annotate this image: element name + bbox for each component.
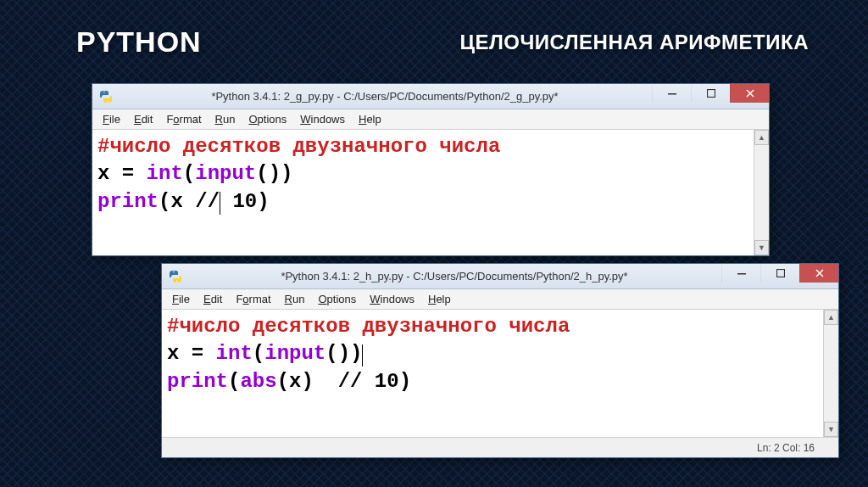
- code-comment: #число десятков двузначного числа: [97, 135, 500, 158]
- window-controls: [652, 84, 769, 109]
- svg-rect-6: [737, 273, 746, 275]
- idle-window-1: *Python 3.4.1: 2_g_py.py - C:/Users/PC/D…: [92, 83, 770, 256]
- python-icon: [99, 90, 113, 104]
- minimize-button[interactable]: [721, 264, 760, 283]
- window-controls: [721, 264, 838, 288]
- svg-point-1: [107, 100, 108, 102]
- code-editor[interactable]: #число десятков двузначного числа x = in…: [92, 130, 769, 255]
- menu-windows[interactable]: Windows: [293, 111, 352, 127]
- close-button[interactable]: [730, 84, 769, 103]
- scroll-down-icon[interactable]: ▼: [754, 240, 769, 255]
- close-button[interactable]: [799, 264, 838, 283]
- menu-edit[interactable]: Edit: [197, 291, 229, 307]
- scroll-down-icon[interactable]: ▼: [824, 422, 838, 437]
- scroll-up-icon[interactable]: ▲: [824, 310, 838, 325]
- menu-format[interactable]: Format: [159, 111, 208, 127]
- svg-rect-2: [668, 93, 676, 95]
- menu-run[interactable]: Run: [209, 111, 242, 127]
- menu-options[interactable]: Options: [311, 291, 363, 307]
- code-editor[interactable]: #число десятков двузначного числа x = in…: [162, 310, 838, 437]
- menubar: File Edit Format Run Options Windows Hel…: [162, 289, 838, 310]
- svg-point-0: [103, 91, 105, 92]
- text-cursor: [362, 344, 363, 367]
- statusbar: Ln: 2 Col: 16: [162, 437, 838, 457]
- window-title: *Python 3.4.1: 2_g_py.py - C:/Users/PC/D…: [118, 90, 652, 103]
- menu-file[interactable]: File: [96, 111, 127, 127]
- cursor-position: Ln: 2 Col: 16: [757, 442, 815, 454]
- slide-subtitle: ЦЕЛОЧИСЛЕННАЯ АРИФМЕТИКА: [459, 31, 809, 59]
- code-comment: #число десятков двузначного числа: [167, 315, 570, 338]
- menu-help[interactable]: Help: [421, 291, 458, 307]
- scroll-up-icon[interactable]: ▲: [754, 130, 769, 145]
- maximize-button[interactable]: [691, 84, 730, 103]
- menubar: File Edit Format Run Options Windows Hel…: [92, 109, 769, 130]
- menu-options[interactable]: Options: [242, 111, 293, 127]
- menu-format[interactable]: Format: [229, 291, 277, 307]
- svg-point-4: [173, 271, 175, 272]
- window-title: *Python 3.4.1: 2_h_py.py - C:/Users/PC/D…: [187, 270, 721, 283]
- menu-edit[interactable]: Edit: [127, 111, 159, 127]
- menu-help[interactable]: Help: [352, 111, 388, 127]
- titlebar[interactable]: *Python 3.4.1: 2_h_py.py - C:/Users/PC/D…: [162, 264, 838, 289]
- python-icon: [169, 270, 182, 283]
- slide-title: PYTHON: [76, 25, 202, 59]
- minimize-button[interactable]: [652, 84, 691, 103]
- menu-windows[interactable]: Windows: [363, 291, 421, 307]
- svg-rect-7: [776, 270, 784, 277]
- slide-header: PYTHON ЦЕЛОЧИСЛЕННАЯ АРИФМЕТИКА: [0, 0, 868, 76]
- svg-rect-3: [707, 90, 715, 98]
- titlebar[interactable]: *Python 3.4.1: 2_g_py.py - C:/Users/PC/D…: [92, 84, 769, 109]
- menu-run[interactable]: Run: [278, 291, 312, 307]
- menu-file[interactable]: File: [165, 291, 197, 307]
- vertical-scrollbar[interactable]: ▲ ▼: [754, 130, 769, 255]
- idle-window-2: *Python 3.4.1: 2_h_py.py - C:/Users/PC/D…: [161, 263, 839, 458]
- vertical-scrollbar[interactable]: ▲ ▼: [823, 310, 838, 437]
- svg-point-5: [176, 280, 178, 282]
- maximize-button[interactable]: [760, 264, 799, 283]
